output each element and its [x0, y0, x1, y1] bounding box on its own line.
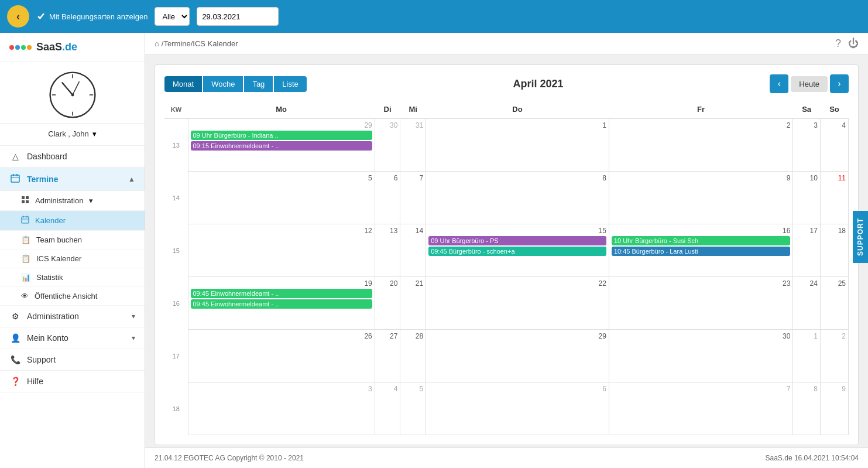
header-kw: KW [164, 100, 188, 119]
sidebar-item-dashboard[interactable]: △ Dashboard [0, 146, 145, 168]
calendar-day[interactable]: 30 [609, 330, 792, 382]
help-icon[interactable]: ? [835, 37, 841, 50]
calendar-day[interactable]: 4 [375, 382, 400, 435]
calendar-day[interactable]: 1 [426, 119, 609, 172]
date-input[interactable] [197, 7, 279, 26]
view-btn-liste[interactable]: Liste [274, 76, 306, 92]
kw-cell: 15 [164, 224, 188, 277]
calendar-day[interactable]: 9 [609, 172, 792, 224]
view-btn-monat[interactable]: Monat [164, 76, 202, 92]
sidebar-item-team-buchen[interactable]: 📋 Team buchen [0, 231, 145, 250]
sidebar-item-kalender[interactable]: Kalender [0, 211, 145, 231]
calendar-day[interactable]: 4 [820, 119, 848, 172]
calendar-day[interactable]: 28 [400, 330, 426, 382]
calendar-day[interactable]: 20 [375, 277, 400, 330]
calendar-day[interactable]: 1509 Uhr Bürgerbüro - PS09:45 Bürgerbüro… [426, 224, 609, 277]
calendar-day[interactable]: 10 [793, 172, 821, 224]
calendar-day[interactable]: 27 [375, 330, 400, 382]
calendar-day[interactable]: 5 [188, 172, 375, 224]
calendar-day[interactable]: 7 [400, 172, 426, 224]
calendar-event[interactable]: 09:45 Einwohnermeldeamt - .. [191, 289, 372, 298]
calendar-day[interactable]: 3 [188, 382, 375, 435]
calendar-day[interactable]: 12 [188, 224, 375, 277]
day-number: 3 [191, 385, 372, 393]
calendar-day[interactable]: 8 [426, 172, 609, 224]
calendar-day[interactable]: 23 [609, 277, 792, 330]
cal-next-btn[interactable]: › [830, 74, 849, 93]
belegungsarten-checkbox[interactable] [36, 12, 46, 21]
calendar-day[interactable]: 21 [400, 277, 426, 330]
calendar-event[interactable]: 09:15 Einwohnermeldeamt - .. [191, 141, 372, 151]
belegungsarten-checkbox-label[interactable]: Mit Belegungsarten anzeigen [36, 12, 147, 21]
sidebar-item-administration2[interactable]: ⚙ Administration ▾ [0, 306, 145, 327]
calendar-day[interactable]: 5 [400, 382, 426, 435]
sidebar-item-support[interactable]: 📞 Support [0, 349, 145, 371]
calendar-day[interactable]: 29 [426, 330, 609, 382]
calendar-day[interactable]: 25 [820, 277, 848, 330]
calendar-day[interactable]: 6 [375, 172, 400, 224]
calendar-day[interactable]: 11 [820, 172, 848, 224]
calendar-day[interactable]: 14 [400, 224, 426, 277]
calendar-day[interactable]: 1 [793, 330, 821, 382]
calendar-day[interactable]: 18 [820, 224, 848, 277]
calendar-event[interactable]: 10:45 Bürgerbüro - Lara Lusti [612, 247, 790, 256]
sidebar-item-hilfe[interactable]: ❓ Hilfe [0, 371, 145, 392]
view-btn-woche[interactable]: Woche [203, 76, 243, 92]
calendar-day[interactable]: 22 [426, 277, 609, 330]
alle-select[interactable]: Alle [155, 7, 190, 26]
mein-konto-label: Mein Konto [27, 333, 126, 343]
sidebar-item-ics-kalender[interactable]: 📋 ICS Kalender [0, 250, 145, 268]
sidebar-item-statistik[interactable]: 📊 Statistik [0, 268, 145, 287]
ics-label: ICS Kalender [36, 254, 81, 263]
day-number: 31 [403, 121, 423, 129]
mein-konto-arrow-icon: ▾ [132, 334, 135, 342]
hilfe-icon: ❓ [9, 377, 21, 386]
oeff-label: Öffentliche Ansicht [35, 292, 97, 300]
day-number: 30 [378, 121, 398, 129]
sidebar-item-administration[interactable]: Administration ▾ [0, 191, 145, 211]
day-number: 23 [612, 279, 790, 288]
day-number: 13 [378, 227, 398, 235]
cal-prev-btn[interactable]: ‹ [770, 74, 788, 93]
calendar-event[interactable]: 09 Uhr Bürgerbüro - PS [428, 236, 606, 245]
calendar-day[interactable]: 30 [375, 119, 400, 172]
svg-rect-14 [22, 200, 25, 203]
power-icon[interactable]: ⏻ [848, 37, 859, 50]
calendar-day[interactable]: 31 [400, 119, 426, 172]
day-number: 19 [191, 279, 372, 288]
support-vertical-tab[interactable]: SUPPORT [853, 211, 868, 263]
day-number: 1 [795, 332, 818, 340]
calendar-day[interactable]: 1909:45 Einwohnermeldeamt - ..09:45 Einw… [188, 277, 375, 330]
back-button[interactable]: ‹ [7, 5, 29, 28]
calendar-event[interactable]: 09:45 Einwohnermeldeamt - .. [191, 299, 372, 309]
day-number: 20 [378, 279, 398, 288]
cal-today-btn[interactable]: Heute [791, 76, 828, 92]
calendar-day[interactable]: 2909 Uhr Bürgerbüro - Indiana ..09:15 Ei… [188, 119, 375, 172]
calendar-event[interactable]: 10 Uhr Bürgerbüro - Susi Sch [612, 236, 790, 245]
day-number: 9 [823, 385, 846, 393]
user-area[interactable]: Clark , John ▾ [0, 124, 145, 146]
calendar-day[interactable]: 8 [793, 382, 821, 435]
calendar-day[interactable]: 3 [793, 119, 821, 172]
sidebar-item-termine-label: Termine [27, 175, 122, 184]
calendar-day[interactable]: 2 [609, 119, 792, 172]
calendar-day[interactable]: 24 [793, 277, 821, 330]
calendar-day[interactable]: 17 [793, 224, 821, 277]
calendar-event[interactable]: 09 Uhr Bürgerbüro - Indiana .. [191, 131, 372, 140]
sidebar-item-termine[interactable]: Termine ▲ [0, 168, 145, 191]
view-btn-tag[interactable]: Tag [244, 76, 273, 92]
statistik-icon: 📊 [21, 273, 30, 282]
calendar-day[interactable]: 2 [820, 330, 848, 382]
day-number: 15 [428, 227, 606, 235]
calendar-day[interactable]: 9 [820, 382, 848, 435]
sidebar-item-oeff-ansicht[interactable]: 👁 Öffentliche Ansicht [0, 287, 145, 306]
calendar-day[interactable]: 1610 Uhr Bürgerbüro - Susi Sch10:45 Bürg… [609, 224, 792, 277]
calendar-day[interactable]: 7 [609, 382, 792, 435]
calendar-day[interactable]: 13 [375, 224, 400, 277]
calendar-day[interactable]: 6 [426, 382, 609, 435]
main-layout: SaaS.de Clark , John ▾ △ [0, 33, 868, 468]
calendar-event[interactable]: 09:45 Bürgerbüro - schoen+a [428, 247, 606, 256]
logo-dot-blue [15, 45, 20, 50]
calendar-day[interactable]: 26 [188, 330, 375, 382]
sidebar-item-mein-konto[interactable]: 👤 Mein Konto ▾ [0, 327, 145, 349]
